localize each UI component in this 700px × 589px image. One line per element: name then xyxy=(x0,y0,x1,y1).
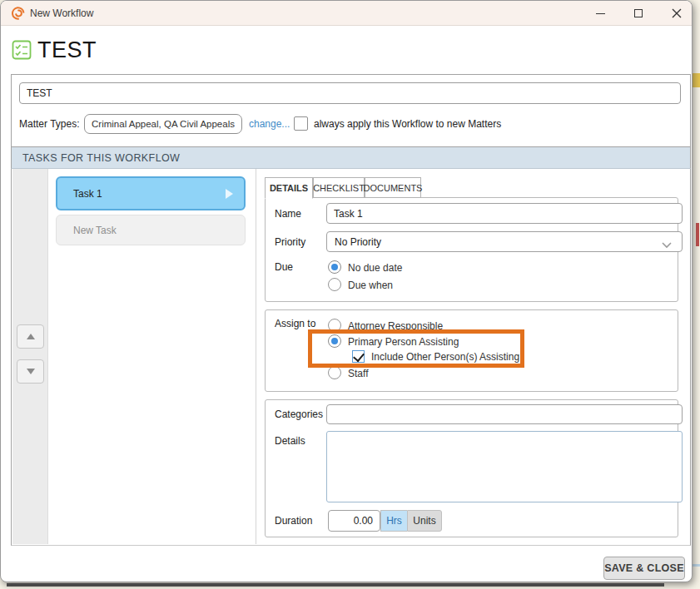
new-workflow-dialog: New Workflow TEST Matter Types: Cri xyxy=(0,0,693,582)
duration-input[interactable] xyxy=(328,510,380,532)
background-red-mark xyxy=(696,223,699,246)
duration-unit-units[interactable]: Units xyxy=(407,510,442,532)
task-name-input[interactable] xyxy=(326,203,683,224)
name-label: Name xyxy=(275,208,301,220)
always-apply-label: always apply this Workflow to new Matter… xyxy=(314,118,501,130)
background-bottom-band xyxy=(7,583,664,587)
workflow-checklist-icon xyxy=(12,40,32,60)
close-button[interactable] xyxy=(658,1,693,26)
staff-label: Staff xyxy=(348,368,368,379)
priority-label: Priority xyxy=(275,236,305,248)
workflow-name-input[interactable] xyxy=(19,82,681,104)
tab-details[interactable]: DETAILS xyxy=(265,177,313,199)
matter-types-value-chip[interactable]: Criminal Appeal, QA Civil Appeals xyxy=(84,114,242,134)
assign-to-label: Assign to xyxy=(275,318,315,329)
task-list-divider xyxy=(256,169,256,544)
priority-select[interactable]: No Priority xyxy=(326,231,683,252)
triangle-up-icon xyxy=(27,334,35,339)
window-title: New Workflow xyxy=(30,7,93,19)
task-list-item-selected[interactable]: Task 1 xyxy=(56,176,246,210)
priority-value: No Priority xyxy=(335,236,381,248)
move-task-down-button[interactable] xyxy=(17,359,44,384)
matter-types-label: Matter Types: xyxy=(19,118,79,130)
title-bar: New Workflow xyxy=(1,1,692,26)
no-due-date-label: No due date xyxy=(348,262,402,274)
duration-unit-hrs[interactable]: Hrs xyxy=(380,510,407,532)
triangle-down-icon xyxy=(27,369,35,374)
desktop-background: New Workflow TEST Matter Types: Cri xyxy=(0,0,700,589)
change-link[interactable]: change... xyxy=(249,118,290,130)
details-label: Details xyxy=(275,435,305,447)
chevron-down-icon xyxy=(662,240,672,251)
minimize-icon xyxy=(596,13,605,14)
tab-checklist[interactable]: CHECKLIST xyxy=(313,177,365,198)
move-task-up-button[interactable] xyxy=(17,324,44,349)
details-textarea[interactable] xyxy=(326,431,683,502)
background-yellow-patch xyxy=(692,73,700,87)
no-due-date-radio[interactable] xyxy=(328,260,341,274)
tab-documents[interactable]: DOCUMENTS xyxy=(365,177,421,198)
task-label: Task 1 xyxy=(57,188,102,200)
due-when-radio[interactable] xyxy=(328,278,341,291)
due-label: Due xyxy=(275,261,293,273)
maximize-button[interactable] xyxy=(620,1,657,26)
minimize-button[interactable] xyxy=(582,1,618,26)
page-title: TEST xyxy=(37,37,97,63)
categories-label: Categories xyxy=(275,408,323,420)
always-apply-checkbox[interactable] xyxy=(294,116,308,131)
background-blue-line xyxy=(693,564,700,567)
save-and-close-button[interactable]: SAVE & CLOSE xyxy=(603,557,685,580)
play-arrow-icon xyxy=(226,189,233,199)
due-when-label: Due when xyxy=(348,280,393,291)
staff-radio[interactable] xyxy=(328,366,341,379)
categories-input[interactable] xyxy=(326,404,683,424)
tasks-area: Task 1 New Task DETAILS CHECKLIST DOCUME… xyxy=(11,169,691,546)
task-reorder-rail xyxy=(12,169,48,544)
close-icon xyxy=(672,8,682,18)
app-logo-icon xyxy=(11,6,26,21)
annotation-highlight-rectangle xyxy=(308,329,524,368)
task-list-item-new[interactable]: New Task xyxy=(56,215,246,245)
task-label: New Task xyxy=(57,225,117,236)
maximize-icon xyxy=(634,9,643,17)
tasks-section-header: TASKS FOR THIS WORKFLOW xyxy=(11,147,691,169)
duration-label: Duration xyxy=(275,515,312,527)
